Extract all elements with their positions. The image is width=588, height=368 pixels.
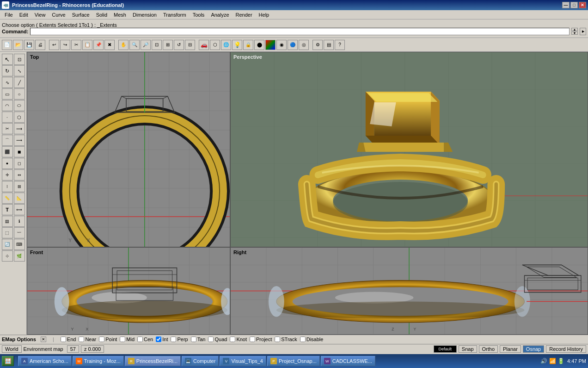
checkbox-near[interactable]: Near [79, 337, 96, 342]
scroll-down-button[interactable]: ▼ [571, 31, 578, 35]
render-icon[interactable]: ◉ [276, 40, 287, 50]
group-tool[interactable]: ⊞ [14, 181, 25, 192]
globe-icon[interactable]: 🌐 [221, 40, 231, 50]
menu-help[interactable]: Help [256, 11, 272, 19]
history-tool[interactable]: 🔄 [2, 239, 13, 250]
lock-icon[interactable]: 🔒 [243, 40, 253, 50]
taskbar-princess-bezel[interactable]: R PrincessBezelRi... [125, 356, 181, 366]
rotate-button[interactable]: ↺ [174, 40, 184, 50]
zoom-window-button[interactable]: ⊡ [152, 40, 162, 50]
command-input[interactable] [30, 28, 570, 35]
record-history-status[interactable]: Record History [546, 345, 586, 353]
taskbar-american-school[interactable]: A American Scho... [18, 356, 72, 366]
flow-tool[interactable]: 〰 [14, 227, 25, 238]
mirror-tool[interactable]: ⇔ [14, 169, 25, 181]
menu-surface[interactable]: Surface [69, 11, 92, 19]
taskbar-training-moz[interactable]: M Training - Moz... [73, 356, 124, 366]
start-button[interactable]: 🪟 [2, 356, 14, 366]
help-icon[interactable]: ? [335, 40, 345, 50]
extrude-tool[interactable]: ⬛ [2, 146, 13, 157]
minimize-button[interactable]: — [562, 2, 570, 8]
menu-analyze[interactable]: Analyze [208, 11, 232, 19]
taskbar-project-osnap[interactable]: P Project_Osnap... [267, 356, 320, 366]
scroll-right-button[interactable]: ▶ [580, 28, 586, 35]
arc-tool[interactable]: ◠ [2, 100, 13, 111]
viewport-right[interactable]: Right [230, 247, 588, 335]
checkbox-tan[interactable]: Tan [191, 337, 206, 342]
layer-tool[interactable]: ▤ [2, 216, 13, 227]
snap-tool[interactable]: ⊹ [2, 250, 13, 262]
checkbox-project[interactable]: Project [250, 337, 272, 342]
viewport-top[interactable]: Top [27, 52, 230, 247]
zoom-extents-button[interactable]: ⊞ [163, 40, 173, 50]
redo-button[interactable]: ↪ [60, 40, 70, 50]
checkbox-quad[interactable]: Quad [208, 337, 227, 342]
color-icon[interactable] [265, 40, 276, 50]
print-button[interactable]: 🖨 [35, 40, 45, 50]
env-map-value[interactable]: 57 [67, 345, 79, 353]
trim-tool[interactable]: ✂ [2, 123, 13, 134]
new-button[interactable]: 📄 [2, 40, 12, 50]
fillet-tool[interactable]: ⌒ [2, 135, 13, 146]
zoom-in-button[interactable]: 🔎 [141, 40, 151, 50]
circle-tool[interactable]: ○ [14, 88, 25, 100]
menu-solid[interactable]: Solid [93, 11, 110, 19]
open-button[interactable]: 📂 [13, 40, 23, 50]
measure-tool[interactable]: 📏 [2, 193, 13, 204]
mesh-icon[interactable]: ⬡ [210, 40, 220, 50]
color-swatch[interactable]: Default [434, 345, 457, 353]
osnap-status[interactable]: Osnap [523, 345, 544, 353]
script-tool[interactable]: ⌨ [14, 239, 25, 250]
checkbox-strack[interactable]: STrack [275, 337, 297, 342]
cut-button[interactable]: ✂ [71, 40, 81, 50]
surface-tool[interactable]: ◼ [14, 146, 25, 157]
menu-tools[interactable]: Tools [190, 11, 208, 19]
settings-icon[interactable]: ⚙ [312, 40, 323, 50]
viewport-perspective[interactable]: Perspective [230, 52, 588, 247]
menu-view[interactable]: View [32, 11, 49, 19]
menu-transform[interactable]: Transform [160, 11, 189, 19]
delete-button[interactable]: ✖ [104, 40, 115, 50]
checkbox-int[interactable]: Int [156, 337, 168, 342]
taskbar-visual-tips[interactable]: V Visual_Tips_4 [220, 356, 266, 366]
extend-tool[interactable]: ⟶ [14, 123, 25, 134]
poly-tool[interactable]: ⬡ [14, 112, 25, 123]
checkbox-end[interactable]: End [61, 337, 76, 342]
menu-file[interactable]: File [2, 11, 16, 19]
scroll-up-button[interactable]: ▲ [571, 28, 578, 31]
curve-tool[interactable]: ∿ [2, 77, 13, 88]
sphere-create-tool[interactable]: ● [2, 158, 13, 169]
rect-tool[interactable]: ▭ [2, 88, 13, 100]
checkbox-mid[interactable]: Mid [120, 337, 135, 342]
checkbox-point[interactable]: Point [99, 337, 117, 342]
render2-icon[interactable]: ◎ [299, 40, 309, 50]
copy-button[interactable]: 📋 [82, 40, 92, 50]
menu-edit[interactable]: Edit [17, 11, 31, 19]
taskbar-cadclass[interactable]: W CADCLASSWE... [321, 356, 375, 366]
ortho-status[interactable]: Ortho [479, 345, 498, 353]
checkbox-cen[interactable]: Cen [137, 337, 153, 342]
close-button[interactable]: ✕ [579, 2, 586, 8]
snap-status[interactable]: Snap [459, 345, 477, 353]
undo-button[interactable]: ↩ [49, 40, 59, 50]
menu-dimension[interactable]: Dimension [130, 11, 159, 19]
menu-render[interactable]: Render [233, 11, 255, 19]
material-icon[interactable]: ⬤ [254, 40, 264, 50]
planar-status[interactable]: Planar [500, 345, 521, 353]
scale-tool[interactable]: ⤡ [14, 65, 25, 76]
move-tool[interactable]: ✛ [2, 169, 13, 181]
save-button[interactable]: 💾 [24, 40, 34, 50]
point-tool[interactable]: · [2, 112, 13, 123]
maximize-button[interactable]: □ [570, 2, 578, 8]
layers-icon[interactable]: ▤ [324, 40, 334, 50]
menu-mesh[interactable]: Mesh [111, 11, 129, 19]
select2-tool[interactable]: ⊡ [14, 54, 25, 65]
text-tool[interactable]: T [2, 204, 13, 215]
offset-tool[interactable]: ⟿ [14, 135, 25, 146]
checkbox-knot[interactable]: Knot [230, 337, 247, 342]
sphere-icon[interactable]: 🔵 [288, 40, 298, 50]
line-tool[interactable]: ╱ [14, 77, 25, 88]
cage-tool[interactable]: ⬚ [2, 227, 13, 238]
select-tool[interactable]: ↖ [2, 54, 13, 65]
checkbox-perp[interactable]: Perp [171, 337, 188, 342]
